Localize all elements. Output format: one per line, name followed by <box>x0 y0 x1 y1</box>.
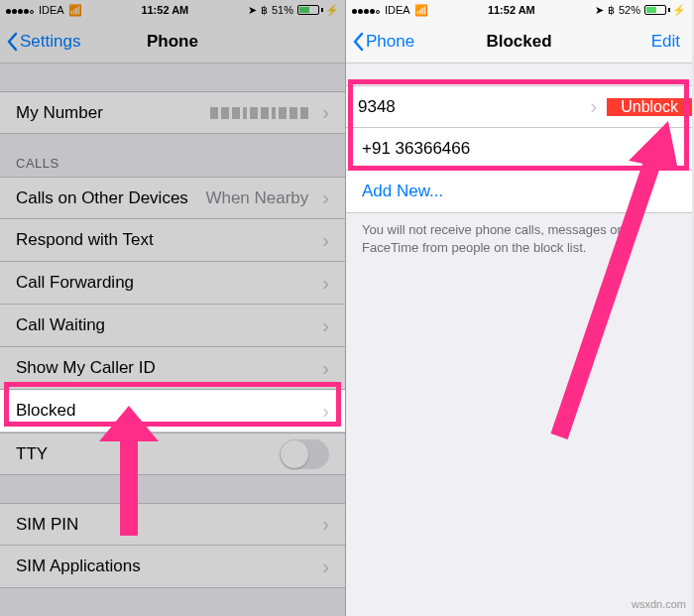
row-label: Show My Caller ID <box>16 358 156 378</box>
row-sim-pin[interactable]: SIM PIN › <box>0 503 345 546</box>
chevron-right-icon: › <box>322 555 329 578</box>
row-call-forwarding[interactable]: Call Forwarding › <box>0 262 345 305</box>
add-new-label: Add New... <box>362 182 443 201</box>
switch-toggle[interactable] <box>280 439 329 469</box>
nav-bar: Settings Phone <box>0 20 345 63</box>
row-sim-applications[interactable]: SIM Applications › <box>0 546 345 588</box>
chevron-right-icon: › <box>322 357 329 380</box>
chevron-left-icon <box>6 32 18 52</box>
row-blocked-number-2[interactable]: +91 36366466 › <box>346 128 692 171</box>
status-bar: IDEA 📶 11:52 AM ➤ ฿ 51% ⚡ <box>0 0 345 20</box>
row-label: TTY <box>16 444 48 464</box>
row-blocked-number-1[interactable]: 9348 › Unblock <box>346 85 692 128</box>
chevron-right-icon: › <box>322 186 329 209</box>
back-button[interactable]: Settings <box>6 32 80 52</box>
chevron-right-icon: › <box>669 138 676 161</box>
chevron-right-icon: › <box>322 229 329 252</box>
row-tty[interactable]: TTY <box>0 432 345 475</box>
calls-section-header: CALLS <box>0 134 345 177</box>
battery-icon: ⚡ <box>644 4 686 17</box>
row-label: Call Forwarding <box>16 273 134 293</box>
signal-dots-icon <box>6 4 35 16</box>
blocked-number-label: 9348 <box>358 97 396 117</box>
row-label: Respond with Text <box>16 230 154 250</box>
row-respond-text[interactable]: Respond with Text › <box>0 219 345 262</box>
location-icon: ➤ <box>595 4 604 17</box>
row-add-new[interactable]: Add New... <box>346 171 692 213</box>
carrier-label: IDEA <box>39 4 64 16</box>
phone-settings-screen: IDEA 📶 11:52 AM ➤ ฿ 51% ⚡ Settings Phone… <box>0 0 346 616</box>
blocked-number-label: +91 36366466 <box>362 139 470 159</box>
block-description: You will not receive phone calls, messag… <box>346 213 692 264</box>
back-button[interactable]: Phone <box>352 32 414 52</box>
status-bar: IDEA 📶 11:52 AM ➤ ฿ 52% ⚡ <box>346 0 692 20</box>
carrier-label: IDEA <box>385 4 410 16</box>
clock: 11:52 AM <box>488 4 535 16</box>
battery-percent: 51% <box>272 4 293 16</box>
unblock-button[interactable]: Unblock <box>607 98 692 116</box>
chevron-right-icon: › <box>322 314 329 337</box>
nav-bar: Phone Blocked Edit <box>346 20 692 63</box>
chevron-right-icon: › <box>322 400 329 423</box>
chevron-right-icon: › <box>322 513 329 536</box>
phone-blocked-screen: IDEA 📶 11:52 AM ➤ ฿ 52% ⚡ Phone Blocked … <box>346 0 692 616</box>
row-my-number[interactable]: My Number › <box>0 91 345 134</box>
row-label: Call Waiting <box>16 315 105 335</box>
redacted-number-icon <box>210 107 308 119</box>
edit-button[interactable]: Edit <box>651 32 686 52</box>
row-call-waiting[interactable]: Call Waiting › <box>0 305 345 347</box>
row-blocked[interactable]: Blocked › <box>0 390 345 432</box>
row-caller-id[interactable]: Show My Caller ID › <box>0 347 345 390</box>
chevron-left-icon <box>352 32 364 52</box>
row-label: Calls on Other Devices <box>16 188 188 208</box>
chevron-right-icon: › <box>322 272 329 295</box>
bluetooth-icon: ฿ <box>608 4 615 17</box>
wifi-icon: 📶 <box>414 4 428 17</box>
row-value: When Nearby <box>205 188 308 208</box>
bluetooth-icon: ฿ <box>261 4 268 17</box>
my-number-label: My Number <box>16 103 103 123</box>
row-label: SIM Applications <box>16 556 141 576</box>
back-label: Phone <box>366 32 414 52</box>
clock: 11:52 AM <box>141 4 188 16</box>
chevron-right-icon: › <box>591 95 598 118</box>
chevron-right-icon: › <box>322 101 329 124</box>
row-label: SIM PIN <box>16 515 78 535</box>
back-label: Settings <box>20 32 80 52</box>
row-label: Blocked <box>16 401 75 421</box>
battery-icon: ⚡ <box>297 4 339 17</box>
battery-percent: 52% <box>619 4 640 16</box>
my-number-value: › <box>210 101 329 124</box>
wifi-icon: 📶 <box>68 4 82 17</box>
signal-dots-icon <box>352 4 381 16</box>
row-calls-other-devices[interactable]: Calls on Other Devices When Nearby› <box>0 177 345 219</box>
location-icon: ➤ <box>248 4 257 17</box>
watermark: wsxdn.com <box>632 598 686 610</box>
